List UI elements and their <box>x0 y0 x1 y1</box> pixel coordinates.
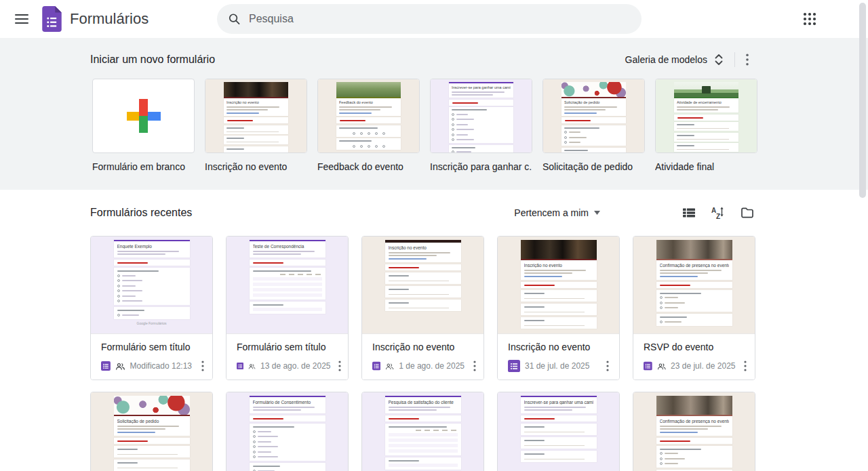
thumb-form-title: Feedback do evento <box>339 100 398 104</box>
recent-section-title: Formulários recentes <box>90 207 192 219</box>
last-modified-text: Modificado 12:13 <box>130 361 192 371</box>
shared-people-icon <box>657 361 666 372</box>
svg-text:Z: Z <box>716 213 720 220</box>
recent-forms-grid: Enquete ExemploGoogle FormuláriosFormulá… <box>90 236 868 471</box>
form-card-title: RSVP do evento <box>644 342 751 352</box>
template-gallery-button[interactable]: Galeria de modelos <box>618 49 730 70</box>
card-menu-kebab-icon <box>744 361 747 371</box>
card-menu-button[interactable] <box>469 359 479 373</box>
template-gallery-section: Iniciar um novo formulário Galeria de mo… <box>0 38 868 190</box>
recent-form-card[interactable]: Pesquisa de satisfação do clienteGoogle … <box>361 392 484 471</box>
form-thumbnail: Inscrever-se para ganhar uma camiseta <box>498 392 619 471</box>
template-cell: Solicitação de pedidoSolicitação de pedi… <box>542 79 645 172</box>
thumb-form-title: Confirmação de presença no evento <box>660 263 729 268</box>
thumb-form-title: Solicitação de pedido <box>117 419 186 424</box>
form-card-title: Inscrição no evento <box>372 342 479 352</box>
thumb-banner-people-icon <box>656 396 732 416</box>
card-menu-button[interactable] <box>197 359 208 373</box>
template-cell: Inscrição no eventoInscrição no evento <box>205 79 307 172</box>
search-input[interactable] <box>249 13 631 25</box>
search-bar[interactable] <box>217 4 642 34</box>
form-thumbnail: Confirmação de presença no evento <box>633 237 755 333</box>
recent-form-card[interactable]: Inscrever-se para ganhar uma camiseta <box>497 392 620 471</box>
template-label: Formulário em branco <box>92 161 195 172</box>
forms-file-icon <box>508 360 520 372</box>
form-thumbnail: Teste de Correspondência <box>226 237 348 333</box>
template-cards-row: Formulário em brancoInscrição no eventoI… <box>92 79 755 172</box>
forms-file-icon <box>101 360 111 372</box>
last-modified-text: 1 de ago. de 2025 <box>399 361 465 371</box>
thumb-form-title: Enquete Exemplo <box>117 244 186 249</box>
card-menu-kebab-icon <box>473 361 476 371</box>
card-meta-row: Modificado 12:13 <box>101 359 208 373</box>
form-card-title: Formulário sem título <box>237 342 344 352</box>
template-label: Atividade final <box>655 161 757 172</box>
shared-people-icon <box>248 361 256 372</box>
header-divider <box>734 52 735 67</box>
template-cell: Formulário em branco <box>92 79 195 172</box>
thumb-banner-floral-icon <box>114 396 190 416</box>
recent-form-card[interactable]: Confirmação de presença no eventoRSVP do… <box>633 236 755 380</box>
form-thumbnail: Inscrever-se para ganhar uma camiseta <box>431 79 532 153</box>
recent-forms-section: Formulários recentes Pertencem a mim <box>0 190 868 471</box>
recent-form-card[interactable]: Confirmação de presença no evento <box>633 392 755 471</box>
unfold-more-icon <box>714 54 724 66</box>
form-thumbnail: Inscrição no evento <box>362 237 484 333</box>
thumb-google-footer: Google Formulários <box>114 321 190 325</box>
recent-form-card[interactable]: Enquete ExemploGoogle FormuláriosFormulá… <box>90 236 213 380</box>
form-thumbnail: Solicitação de pedido <box>543 79 644 153</box>
thumb-banner-night-icon <box>224 82 288 98</box>
thumb-form-title: Confirmação de presença no evento <box>660 419 729 424</box>
thumb-form-title: Inscrever-se para ganhar uma camiseta <box>452 85 511 89</box>
owner-filter-dropdown[interactable]: Pertencem a mim <box>511 203 603 222</box>
main-menu-icon[interactable] <box>15 14 28 24</box>
template-card-template[interactable]: Feedback do evento <box>317 79 420 153</box>
shared-people-icon <box>115 361 125 372</box>
card-menu-kebab-icon <box>606 361 609 371</box>
templates-section-title: Iniciar um novo formulário <box>90 54 215 66</box>
vertical-scrollbar[interactable] <box>859 3 866 198</box>
forms-logo-icon[interactable] <box>42 6 62 32</box>
card-meta-row: 1 de ago. de 2025 <box>372 359 479 373</box>
recent-form-card[interactable]: Solicitação de pedido <box>90 392 213 471</box>
thumb-banner-mountains-icon <box>674 82 738 98</box>
template-card-template[interactable]: Atividade de encerramento <box>655 79 757 153</box>
dropdown-caret-icon <box>594 211 600 215</box>
thumb-form-title: Inscrição no evento <box>389 245 458 250</box>
thumb-form-title: Atividade de encerramento <box>677 100 736 104</box>
template-card-template[interactable]: Inscrever-se para ganhar uma camiseta <box>430 79 532 153</box>
thumb-form-title: Solicitação de pedido <box>564 100 623 104</box>
templates-menu-kebab-icon[interactable] <box>739 52 755 68</box>
card-menu-button[interactable] <box>741 359 751 373</box>
form-thumbnail: Solicitação de pedido <box>91 392 212 471</box>
card-footer: Inscrição no evento31 de jul. de 2025 <box>498 333 619 380</box>
recent-form-card[interactable]: Teste de CorrespondênciaFormulário sem t… <box>226 236 349 380</box>
template-card-template[interactable]: Inscrição no evento <box>205 79 307 153</box>
thumb-form-title: Pesquisa de satisfação do cliente <box>389 400 458 405</box>
card-menu-button[interactable] <box>335 359 344 373</box>
thumb-banner-night-icon <box>521 240 597 260</box>
form-thumbnail: Inscrição no evento <box>498 237 619 333</box>
recent-form-card[interactable]: Inscrição no eventoInscrição no evento31… <box>497 236 620 380</box>
thumb-banner-floral-icon <box>561 82 626 98</box>
google-apps-grid-icon[interactable] <box>804 13 816 25</box>
forms-file-icon <box>644 360 652 372</box>
last-modified-text: 23 de jul. de 2025 <box>671 361 735 371</box>
thumb-banner-people-icon <box>656 240 732 260</box>
form-thumbnail: Enquete ExemploGoogle Formulários <box>91 237 212 333</box>
template-card-blank-form[interactable] <box>92 79 195 153</box>
card-menu-button[interactable] <box>600 359 615 373</box>
folder-icon[interactable] <box>739 205 755 221</box>
recent-form-card[interactable]: Formulário de ConsentimentoGoogle Formul… <box>226 392 349 471</box>
form-card-title: Formulário sem título <box>101 342 208 352</box>
template-gallery-label: Galeria de modelos <box>625 54 707 65</box>
recent-form-card[interactable]: Inscrição no eventoInscrição no evento1 … <box>361 236 484 380</box>
template-cell: Feedback do eventoFeedback do evento <box>317 79 420 172</box>
card-menu-kebab-icon <box>201 361 204 371</box>
owner-filter-label: Pertencem a mim <box>514 207 589 218</box>
sort-az-icon[interactable]: A Z <box>710 205 726 221</box>
card-footer: RSVP do evento23 de jul. de 2025 <box>633 333 755 380</box>
template-card-template[interactable]: Solicitação de pedido <box>542 79 645 153</box>
card-meta-row: 23 de jul. de 2025 <box>644 359 751 373</box>
list-view-icon[interactable] <box>681 205 697 221</box>
